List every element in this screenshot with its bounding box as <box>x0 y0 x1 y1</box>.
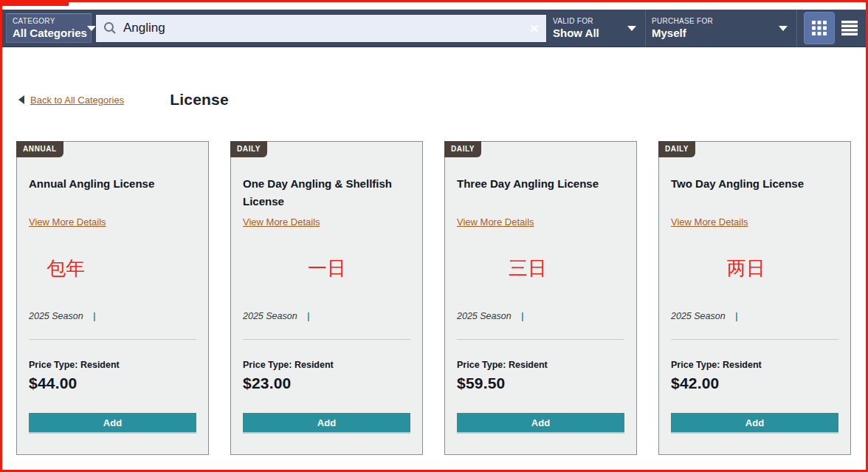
valid-for-dropdown[interactable]: VALID FOR Show All <box>547 10 645 47</box>
valid-for-label: VALID FOR <box>553 17 599 27</box>
purchase-for-label: PURCHASE FOR <box>652 17 713 27</box>
season-row: 2025 Season | <box>29 311 196 321</box>
topbar: CATEGORY All Categories ✕ VALID FOR Show… <box>2 10 866 47</box>
price-type-value: Resident <box>294 360 334 370</box>
price: $23.00 <box>243 374 410 392</box>
season-separator: | <box>93 311 95 321</box>
price-type: Price Type: Resident <box>457 360 624 370</box>
license-card: DAILY One Day Angling & Shellfish Licens… <box>230 141 423 455</box>
valid-for-text: VALID FOR Show All <box>553 17 599 39</box>
annotation-text: 三日 <box>457 258 624 281</box>
license-card: DAILY Two Day Angling License View More … <box>658 141 851 455</box>
season-row: 2025 Season | <box>243 311 410 321</box>
annotation-text: 包年 <box>29 258 196 281</box>
grid-icon <box>811 20 827 36</box>
divider <box>29 339 196 340</box>
back-arrow-icon <box>18 95 24 104</box>
breadcrumb: Back to All Categories License <box>18 91 866 109</box>
season-label: 2025 Season <box>243 311 297 321</box>
purchase-for-value: Myself <box>652 27 713 39</box>
season-separator: | <box>307 311 309 321</box>
duration-badge: ANNUAL <box>16 141 63 157</box>
clear-search-icon[interactable]: ✕ <box>529 23 539 34</box>
category-value: All Categories <box>13 27 87 39</box>
view-more-details-link[interactable]: View More Details <box>671 216 748 228</box>
price-type-value: Resident <box>80 360 120 370</box>
license-title: One Day Angling & Shellfish License <box>243 175 410 215</box>
page-title: License <box>170 91 229 109</box>
search-input[interactable] <box>123 21 539 35</box>
price: $42.00 <box>671 374 838 392</box>
duration-badge: DAILY <box>230 141 267 157</box>
divider <box>243 339 410 340</box>
duration-badge: DAILY <box>444 141 481 157</box>
season-label: 2025 Season <box>671 311 726 321</box>
duration-badge: DAILY <box>658 141 695 157</box>
category-dropdown[interactable]: CATEGORY All Categories <box>6 13 92 43</box>
list-icon <box>841 20 858 36</box>
price-type: Price Type: Resident <box>243 360 410 370</box>
annotation-red-notch <box>2 2 69 6</box>
list-view-button[interactable] <box>835 12 864 44</box>
view-more-details-link[interactable]: View More Details <box>29 216 106 228</box>
price-type-label: Price Type: <box>243 360 292 370</box>
add-button[interactable]: Add <box>671 413 838 432</box>
category-label: CATEGORY <box>13 17 87 27</box>
license-title: Two Day Angling License <box>671 175 838 215</box>
license-card: DAILY Three Day Angling License View Mor… <box>444 141 637 455</box>
price-type-label: Price Type: <box>29 360 78 370</box>
price: $59.50 <box>457 374 624 392</box>
view-more-details-link[interactable]: View More Details <box>243 216 320 228</box>
price-type-value: Resident <box>723 360 762 370</box>
season-label: 2025 Season <box>457 311 512 321</box>
valid-for-value: Show All <box>553 27 599 39</box>
grid-view-button[interactable] <box>804 12 835 44</box>
license-card: ANNUAL Annual Angling License View More … <box>16 141 209 455</box>
add-button[interactable]: Add <box>457 413 624 432</box>
chevron-down-icon <box>627 26 636 31</box>
price-type: Price Type: Resident <box>29 360 196 370</box>
price-type-value: Resident <box>509 360 548 370</box>
season-row: 2025 Season | <box>671 311 838 321</box>
season-separator: | <box>521 311 523 321</box>
search-box[interactable]: ✕ <box>95 14 547 43</box>
page: CATEGORY All Categories ✕ VALID FOR Show… <box>0 0 868 472</box>
season-row: 2025 Season | <box>457 311 624 321</box>
season-label: 2025 Season <box>29 311 83 321</box>
chevron-down-icon <box>779 26 788 31</box>
price-type-label: Price Type: <box>457 360 506 370</box>
price: $44.00 <box>29 374 196 392</box>
category-dropdown-text: CATEGORY All Categories <box>13 17 87 39</box>
view-toggle <box>796 10 864 47</box>
divider <box>671 339 838 340</box>
purchase-for-dropdown[interactable]: PURCHASE FOR Myself <box>645 10 796 47</box>
divider <box>457 339 624 340</box>
annotation-text: 一日 <box>243 258 410 281</box>
add-button[interactable]: Add <box>243 413 410 432</box>
search-icon <box>103 21 117 35</box>
card-row: ANNUAL Annual Angling License View More … <box>2 141 866 455</box>
price-type-label: Price Type: <box>671 360 720 370</box>
purchase-for-text: PURCHASE FOR Myself <box>652 17 713 39</box>
view-more-details-link[interactable]: View More Details <box>457 216 534 228</box>
season-separator: | <box>735 311 737 321</box>
annotation-text: 两日 <box>671 258 838 281</box>
license-title: Annual Angling License <box>29 175 196 215</box>
add-button[interactable]: Add <box>29 413 196 432</box>
price-type: Price Type: Resident <box>671 360 838 370</box>
back-to-all-categories-link[interactable]: Back to All Categories <box>30 95 124 106</box>
license-title: Three Day Angling License <box>457 175 624 215</box>
